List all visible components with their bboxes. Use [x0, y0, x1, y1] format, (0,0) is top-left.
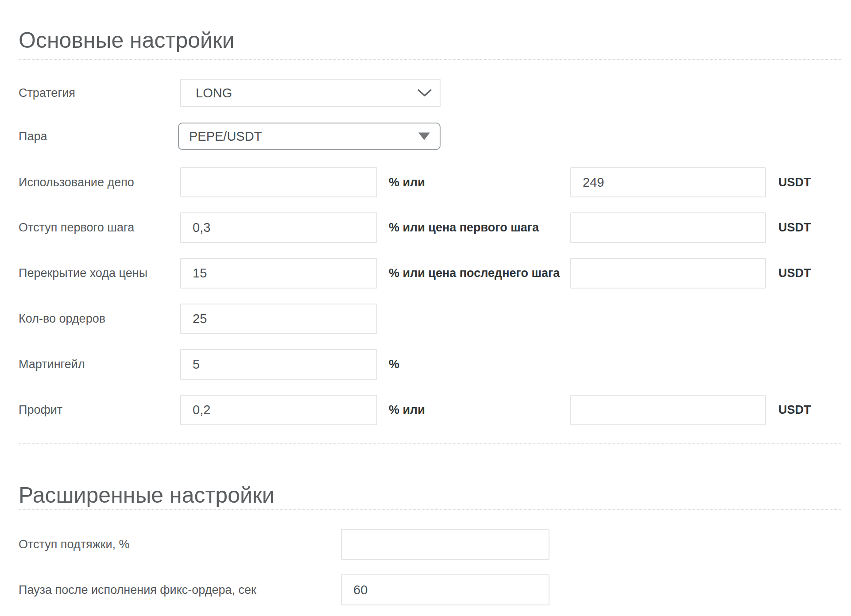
profit-amount-input[interactable] [570, 395, 766, 425]
caret-down-icon [418, 133, 430, 140]
first-step-indent-amount-input[interactable] [570, 212, 766, 243]
bot-settings-page: Основные настройки Стратегия LONG Пара P… [0, 0, 851, 616]
profit-label: Профит [19, 395, 62, 425]
pause-after-fix-order-input[interactable] [341, 574, 549, 605]
price-overlap-label: Перекрытие хода цены [19, 258, 147, 289]
price-overlap-percent-input[interactable] [180, 258, 377, 289]
chevron-down-icon [418, 89, 432, 97]
price-overlap-amount-input[interactable] [570, 258, 766, 289]
first-step-indent-unit-label: USDT [778, 212, 811, 243]
first-step-indent-mid-label: % или цена первого шага [389, 212, 539, 243]
pair-select-value: PEPE/USDT [179, 129, 262, 144]
deposit-usage-amount-input[interactable] [570, 167, 766, 197]
price-overlap-mid-label: % или цена последнего шага [389, 258, 560, 289]
strategy-select[interactable]: LONG [180, 79, 441, 107]
deposit-usage-mid-label: % или [389, 167, 425, 197]
pause-after-fix-order-label: Пауза после исполнения фикс-ордера, сек [19, 574, 256, 605]
trailing-indent-label: Отступ подтяжки, % [19, 529, 130, 560]
strategy-label: Стратегия [19, 79, 75, 107]
deposit-usage-label: Использование депо [19, 167, 134, 197]
pair-label: Пара [19, 123, 47, 150]
orders-count-label: Кол-во ордеров [19, 304, 105, 334]
pair-select[interactable]: PEPE/USDT [178, 123, 441, 150]
martingale-input[interactable] [180, 349, 377, 380]
profit-percent-input[interactable] [180, 395, 377, 425]
profit-unit-label: USDT [778, 395, 811, 425]
divider [19, 509, 841, 510]
orders-count-input[interactable] [180, 304, 377, 334]
deposit-usage-percent-input[interactable] [180, 167, 377, 197]
page-title-main: Основные настройки [19, 27, 235, 53]
trailing-indent-input[interactable] [341, 529, 549, 560]
first-step-indent-percent-input[interactable] [180, 212, 377, 243]
divider [19, 59, 841, 60]
page-title-advanced: Расширенные настройки [19, 482, 275, 508]
profit-mid-label: % или [389, 395, 425, 425]
price-overlap-unit-label: USDT [778, 258, 811, 289]
strategy-select-value: LONG [181, 86, 232, 100]
divider [19, 443, 841, 444]
martingale-label: Мартингейл [19, 349, 85, 380]
deposit-usage-unit-label: USDT [778, 167, 811, 197]
first-step-indent-label: Отступ первого шага [19, 212, 134, 243]
martingale-mid-label: % [389, 349, 399, 380]
